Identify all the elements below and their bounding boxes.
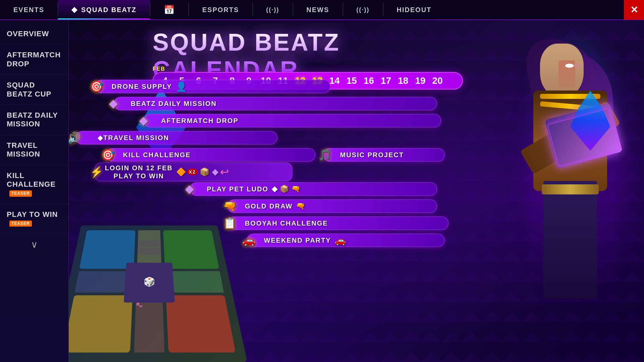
sidebar-item-squad-beatz-cup[interactable]: SQUAD BEATZ CUP [0,75,68,105]
gold-draw-reward: 🔫 [296,202,306,210]
nav-hideout[interactable]: HIDEOUT [383,0,445,19]
calendar-icon: 📅 [164,5,175,15]
aftermatch-drop-label: AFTERMATCH DROP [7,51,61,68]
play-to-win-label: PLAY TO WIN [7,210,58,219]
weekend-party-text: WEEKEND PARTY [264,237,331,244]
music-project-label-bar: 🎵 MUSIC PROJECT [323,148,445,162]
travel-mission-text: TRAVEL MISSION [103,134,169,142]
nav-events[interactable]: EVENTS [0,0,58,19]
live-2-icon: ((·)) [357,6,370,13]
travel-mission-icon: 🔊 [69,131,82,144]
sidebar-item-overview[interactable]: OVERVIEW [0,23,68,45]
kill-challenge-teaser-badge: TEASER [9,190,32,196]
esports-label: ESPORTS [202,6,239,14]
event-row-kill-challenge[interactable]: 🎯 KILL CHALLENGE 🎵 MUSIC PROJECT [75,147,456,163]
hideout-label: HIDEOUT [397,6,432,14]
ludo-reward-1: ◆ [272,185,278,193]
beatz-daily-bar: ◆ BEATZ DAILY MISSION [114,97,437,110]
play-pet-ludo-label-bar: ◆ PLAY PET LUDO ◆ 📦 🔫 [190,182,437,196]
travel-mission-spacer: ◆ [98,134,103,142]
map-inner: 🎲 ↩ [69,226,248,362]
drone-supply-label-bar: 🎯 DRONE SUPPLY 👤 [95,80,331,93]
login-text: LOGIN ON 12 FEB PLAY TO WIN [105,164,173,180]
squad-beatz-label: SQUAD BEATZ [81,6,137,14]
close-button[interactable]: ✕ [624,0,644,20]
event-row-travel-mission[interactable]: 🔊 ◆ TRAVEL MISSION [75,130,456,145]
sidebar-chevron[interactable]: ∨ [0,234,68,255]
nav-esports[interactable]: ESPORTS [189,0,253,19]
overview-label: OVERVIEW [7,29,49,38]
kill-challenge-bar: 🎯 KILL CHALLENGE [106,148,315,162]
ludo-reward-2: 📦 [280,185,289,193]
beatz-daily-label-bar: ◆ BEATZ DAILY MISSION [114,97,437,110]
login-icon: ⚡ [90,166,104,178]
sidebar-item-play-to-win[interactable]: PLAY TO WIN TEASER [0,204,68,234]
event-row-drone-supply[interactable]: 🎯 DRONE SUPPLY 👤 [75,79,456,94]
sidebar-item-kill-challenge[interactable]: KILL CHALLENGE TEASER [0,165,68,204]
nav-news[interactable]: NEWS [293,0,343,19]
play-to-win-teaser-badge: TEASER [9,221,32,227]
nav-live-2[interactable]: ((·)) [343,0,383,19]
live-1-icon: ((·)) [266,6,279,13]
beatz-daily-mission-label: BEATZ DAILY MISSION [7,111,58,128]
login-reward-icon-1: 🔶 [176,167,187,177]
nav-squad-beatz[interactable]: ◆ SQUAD BEATZ [58,0,150,19]
login-bar-container: ⚡ LOGIN ON 12 FEB PLAY TO WIN 🔶 x2 📦 ◆ [95,163,292,181]
booyah-label-bar: 📋 BOOYAH CHALLENGE [228,217,448,230]
weekend-party-label-bar: 🚗 WEEKEND PARTY 🚗 [247,234,445,247]
gold-draw-bar: 🔫 GOLD DRAW 🔫 [228,199,437,213]
character-figure [473,30,627,332]
gold-draw-label-bar: 🔫 GOLD DRAW 🔫 [228,199,437,213]
kill-challenge-text: KILL CHALLENGE [123,151,191,159]
drone-supply-reward-icon: 👤 [175,81,188,92]
login-label-bar: ⚡ LOGIN ON 12 FEB PLAY TO WIN 🔶 x2 📦 ◆ [95,163,292,181]
drone-supply-text: DRONE SUPPLY [112,83,172,90]
login-line1: LOGIN ON 12 FEB [105,164,173,172]
travel-mission-label-bar: 🔊 ◆ TRAVEL MISSION [75,131,277,144]
gold-draw-text: GOLD DRAW [245,202,292,210]
top-navigation: EVENTS ◆ SQUAD BEATZ 📅 ESPORTS ((·)) NEW… [0,0,644,20]
travel-mission-label: TRAVEL MISSION [7,141,40,158]
beatz-daily-icon: ◆ [109,97,118,110]
kill-challenge-icon: 🎯 [101,148,115,161]
aftermatch-bar: ◆ AFTERMATCH DROP [144,114,441,127]
news-label: NEWS [307,6,329,14]
sidebar-item-travel-mission[interactable]: TRAVEL MISSION [0,135,68,165]
main-layout: OVERVIEW AFTERMATCH DROP SQUAD BEATZ CUP… [0,20,644,362]
x2-badge: x2 [187,169,198,175]
arrow-indicator: ↩ [220,166,229,178]
nav-calendar-icon-btn[interactable]: 📅 [150,0,189,19]
weekend-party-bar: 🚗 WEEKEND PARTY 🚗 [247,234,445,247]
nav-live-1[interactable]: ((·)) [253,0,293,19]
login-reward-icon-2: 📦 [200,167,210,177]
close-icon: ✕ [630,4,638,15]
content-area: 🎲 ↩ SQUAD BEATZ CALENDAR FEB [69,20,644,362]
aftermatch-label-bar: ◆ AFTERMATCH DROP [144,114,441,127]
sidebar: OVERVIEW AFTERMATCH DROP SQUAD BEATZ CUP… [0,20,69,362]
squad-beatz-cup-label: SQUAD BEATZ CUP [7,81,51,98]
gold-draw-icon: 🔫 [223,200,237,213]
events-label: EVENTS [13,6,44,14]
booyah-bar: 📋 BOOYAH CHALLENGE [228,217,448,230]
chevron-down-icon: ∨ [31,239,38,250]
play-pet-ludo-icon: ◆ [185,183,194,195]
travel-mission-bar: 🔊 ◆ TRAVEL MISSION [75,131,277,144]
squad-beatz-icon: ◆ [71,5,78,14]
play-pet-ludo-bar: ◆ PLAY PET LUDO ◆ 📦 🔫 [190,182,437,196]
aftermatch-text: AFTERMATCH DROP [161,117,238,125]
sidebar-item-beatz-daily-mission[interactable]: BEATZ DAILY MISSION [0,105,68,135]
event-row-play-pet-ludo[interactable]: ◆ PLAY PET LUDO ◆ 📦 🔫 [75,181,456,197]
event-row-aftermatch-drop[interactable]: ◆ AFTERMATCH DROP [75,113,456,128]
music-project-text: MUSIC PROJECT [340,151,404,159]
map-thumbnail: 🎲 ↩ [69,211,230,352]
ludo-reward-3: 🔫 [291,185,301,193]
drone-supply-icon: 🎯 [90,80,104,93]
login-line2: PLAY TO WIN [105,172,173,180]
event-row-login[interactable]: ⚡ LOGIN ON 12 FEB PLAY TO WIN 🔶 x2 📦 ◆ ↩ [75,164,456,180]
sidebar-item-aftermatch-drop[interactable]: AFTERMATCH DROP [0,45,68,75]
login-reward-icon-3: ◆ [212,167,219,177]
booyah-text: BOOYAH CHALLENGE [245,220,328,227]
music-project-bar: 🎵 MUSIC PROJECT [323,148,445,162]
weekend-party-reward: 🚗 [334,235,347,246]
event-row-beatz-daily[interactable]: ◆ BEATZ DAILY MISSION [75,96,456,111]
